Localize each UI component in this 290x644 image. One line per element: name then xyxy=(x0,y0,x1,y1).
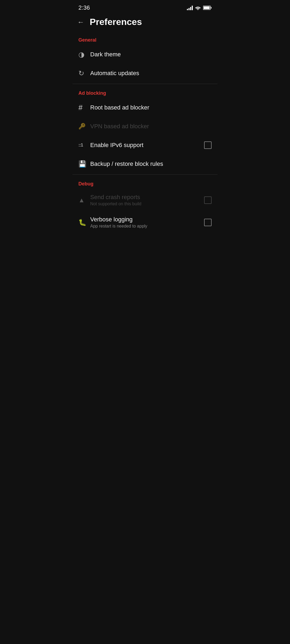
pref-item-vpn-ad-blocker: 🔑VPN based ad blocker xyxy=(73,117,218,136)
theme-icon: ◑ xyxy=(78,50,85,59)
pref-label-automatic-updates: Automatic updates xyxy=(90,70,212,77)
pref-item-ipv6-support[interactable]: ::1Enable IPv6 support xyxy=(73,136,218,155)
refresh-icon: ↻ xyxy=(78,69,84,78)
section-divider xyxy=(73,174,218,175)
refresh-icon-container: ↻ xyxy=(78,69,90,78)
status-bar: 2:36 xyxy=(73,0,218,14)
pref-label-vpn-ad-blocker: VPN based ad blocker xyxy=(90,123,212,130)
pref-label-root-ad-blocker: Root based ad blocker xyxy=(90,104,212,111)
hash-icon-container: # xyxy=(78,104,90,111)
pref-item-verbose-logging[interactable]: 🐛Verbose loggingApp restart is needed to… xyxy=(73,211,218,233)
pref-text-verbose-logging: Verbose loggingApp restart is needed to … xyxy=(90,216,204,229)
upload-icon: ▲ xyxy=(78,197,85,203)
ipv6-icon: ::1 xyxy=(78,143,83,147)
signal-icon xyxy=(187,5,193,10)
toolbar: ← Preferences xyxy=(73,14,218,32)
pref-item-dark-theme[interactable]: ◑Dark theme xyxy=(73,45,218,64)
status-icons xyxy=(187,5,212,10)
pref-text-crash-reports: Send crash reportsNot supported on this … xyxy=(90,194,204,206)
bug-icon-container: 🐛 xyxy=(78,219,90,226)
upload-icon-container: ▲ xyxy=(78,197,90,203)
preferences-sections: General◑Dark theme↻Automatic updatesAd b… xyxy=(73,32,218,233)
pref-label-ipv6-support: Enable IPv6 support xyxy=(90,142,204,149)
svg-rect-2 xyxy=(204,6,210,9)
pref-text-ipv6-support: Enable IPv6 support xyxy=(90,142,204,149)
section-header-general: General xyxy=(73,32,218,45)
section-header-debug: Debug xyxy=(73,176,218,189)
wifi-icon xyxy=(195,5,201,10)
pref-text-vpn-ad-blocker: VPN based ad blocker xyxy=(90,123,212,130)
pref-item-root-ad-blocker[interactable]: #Root based ad blocker xyxy=(73,98,218,117)
pref-label-verbose-logging: Verbose logging xyxy=(90,216,204,223)
sd-icon: 💾 xyxy=(78,161,86,167)
key-icon: 🔑 xyxy=(78,123,86,129)
section-header-ad-blocking: Ad blocking xyxy=(73,85,218,98)
checkbox-crash-reports xyxy=(204,196,212,204)
ipv6-icon-container: ::1 xyxy=(78,143,90,147)
svg-rect-1 xyxy=(211,7,212,9)
pref-item-automatic-updates[interactable]: ↻Automatic updates xyxy=(73,64,218,83)
section-divider xyxy=(73,84,218,84)
theme-icon-container: ◑ xyxy=(78,50,90,59)
hash-icon: # xyxy=(78,104,83,111)
bug-icon: 🐛 xyxy=(78,219,86,226)
key-icon-container: 🔑 xyxy=(78,123,90,129)
pref-label-crash-reports: Send crash reports xyxy=(90,194,204,201)
pref-sublabel-crash-reports: Not supported on this build xyxy=(90,202,204,206)
battery-icon xyxy=(203,5,212,10)
pref-item-backup-restore[interactable]: 💾Backup / restore block rules xyxy=(73,155,218,173)
pref-text-root-ad-blocker: Root based ad blocker xyxy=(90,104,212,111)
pref-label-backup-restore: Backup / restore block rules xyxy=(90,160,212,167)
pref-sublabel-verbose-logging: App restart is needed to apply xyxy=(90,224,204,229)
pref-text-dark-theme: Dark theme xyxy=(90,51,212,58)
checkbox-ipv6-support[interactable] xyxy=(204,141,212,149)
back-button[interactable]: ← xyxy=(77,19,84,25)
pref-text-backup-restore: Backup / restore block rules xyxy=(90,160,212,167)
page-title: Preferences xyxy=(90,17,142,27)
sd-icon-container: 💾 xyxy=(78,161,90,167)
checkbox-verbose-logging[interactable] xyxy=(204,219,212,226)
status-time: 2:36 xyxy=(78,4,90,11)
pref-label-dark-theme: Dark theme xyxy=(90,51,212,58)
pref-item-crash-reports: ▲Send crash reportsNot supported on this… xyxy=(73,189,218,211)
pref-text-automatic-updates: Automatic updates xyxy=(90,70,212,77)
